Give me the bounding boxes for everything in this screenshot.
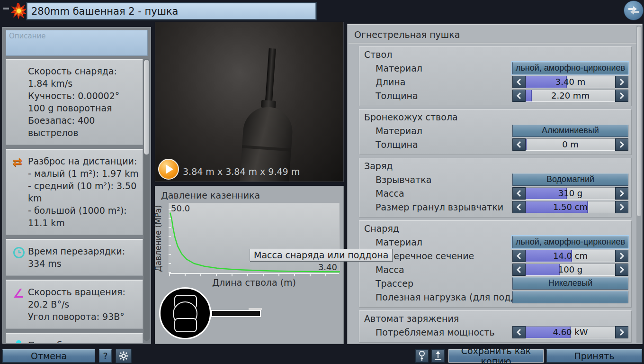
charge-mass-slider[interactable]: 310 g [512, 187, 628, 200]
decrement-button[interactable] [512, 90, 526, 102]
slider-value: 14.0 cm [526, 250, 615, 262]
slider-track[interactable]: 2.20 mm [526, 90, 615, 102]
description-input[interactable] [6, 30, 148, 56]
section-title: Заряд [364, 160, 628, 173]
stat-card-rotation: ∠ Скорость вращения: 20.2 В°/s Угол пово… [6, 280, 143, 329]
model-preview[interactable]: 3.84 m x 3.84 m x 9.49 m [155, 22, 344, 182]
gear-icon [119, 351, 128, 361]
row-label: Взрывчатка [376, 174, 512, 185]
row-explosive: Взрывчатка Водомагний [364, 173, 628, 186]
slider-value: 3.40 m [526, 76, 615, 88]
save-as-copy-button[interactable]: Сохранить как копию [448, 349, 544, 363]
slider-track[interactable]: 4.60 kW [526, 326, 615, 338]
decrement-button[interactable] [512, 250, 526, 262]
increment-button[interactable] [615, 76, 628, 88]
barrel-thickness-slider[interactable]: 2.20 mm [512, 90, 628, 102]
row-label: Длина [376, 77, 512, 87]
increment-button[interactable] [615, 90, 628, 102]
row-label: Материал [376, 237, 512, 247]
bottom-bar: Отмена ? Сохранить как [0, 346, 644, 364]
slider-track[interactable]: 3.40 m [526, 76, 615, 88]
y-max-label: 50.0 [171, 203, 190, 213]
tracer-button[interactable]: Никелевый [512, 277, 628, 290]
section-barrel-jacket: Бронекожух ствола Материал Алюминиевый Т… [359, 109, 632, 155]
stats-panel: Скорость снаряда: 1.84 km/s Кучность: 0.… [2, 27, 151, 344]
increment-button[interactable] [615, 138, 628, 151]
minimize-dash [3, 8, 9, 9]
row-granule-size: Размер гранул взрывчатки 1.50 cm [364, 200, 628, 214]
increment-button[interactable] [615, 326, 628, 338]
stats-scrollbar[interactable] [143, 59, 150, 341]
gun-settings-panel: Огнестрельная пушка Ствол Материал льной… [347, 24, 643, 344]
row-label: Толщина [376, 139, 512, 150]
increment-button[interactable] [615, 264, 628, 276]
increment-button[interactable] [615, 187, 628, 200]
x-axis-ticks [169, 274, 339, 276]
cancel-button[interactable]: Отмена [2, 349, 95, 363]
increment-button[interactable] [615, 201, 628, 213]
slider-value: 1.50 cm [526, 201, 615, 213]
slider-track[interactable]: 0 m [526, 138, 615, 151]
barrel-material-button[interactable]: льной, аморфно-циркониев [512, 62, 628, 74]
turret-schematic [158, 287, 342, 342]
x-axis-title: Длина ствола (m) [169, 277, 340, 288]
barrel-length-slider[interactable]: 3.40 m [512, 76, 628, 88]
decrement-button[interactable] [512, 264, 526, 276]
jacket-material-button[interactable]: Алюминиевый [512, 125, 628, 137]
y-axis-label: Давление (MPa) [153, 205, 163, 272]
crew-icon [13, 340, 24, 344]
accept-button[interactable]: Принять [546, 349, 642, 363]
turret-top-view-icon [159, 287, 211, 339]
x-max-label: 3.40 [318, 262, 337, 272]
stat-line: Боезапас: 400 выстрелов [28, 114, 139, 139]
stat-line: 100 g поворотная [28, 102, 139, 114]
row-label: Масса [376, 264, 512, 275]
pin-button[interactable] [415, 349, 429, 363]
decrement-button[interactable] [512, 201, 526, 213]
slider-track[interactable]: 100 g [526, 264, 615, 276]
projectile-material-button[interactable]: льной, аморфно-циркониев [512, 236, 628, 248]
row-label: Материал [376, 63, 512, 73]
slider-track[interactable]: 14.0 cm [526, 250, 615, 262]
decrement-button[interactable] [512, 187, 526, 200]
stat-line: - средний (10 m²): 3.50 km [28, 180, 139, 204]
swap-arrows-icon [627, 5, 640, 16]
arrow-up-bar-icon [434, 351, 442, 361]
bullet-icon [13, 66, 24, 80]
tooltip: Масса снаряда или поддона [250, 249, 393, 261]
slider-track[interactable]: 310 g [526, 187, 615, 200]
stats-scrollbar-thumb[interactable] [144, 60, 149, 155]
increment-button[interactable] [615, 250, 628, 262]
settings-button[interactable] [116, 349, 132, 363]
granule-size-slider[interactable]: 1.50 cm [512, 201, 628, 213]
stat-line: Кучность: 0.00002° [28, 90, 139, 102]
explosive-type-button[interactable]: Водомагний [512, 173, 628, 186]
row-tracer: Трассер Никелевый [364, 276, 628, 290]
row-barrel-length: Длина 3.40 m [364, 75, 628, 89]
payload-button[interactable] [512, 291, 628, 303]
power-draw-slider[interactable]: 4.60 kW [512, 326, 628, 338]
slider-value: 4.60 kW [526, 327, 615, 338]
swap-view-button[interactable] [624, 0, 644, 20]
row-power-draw: Потребляемая мощность 4.60 kW [364, 325, 628, 339]
projectile-mass-slider[interactable]: 100 g [512, 264, 628, 276]
pressure-curve [169, 203, 340, 274]
decrement-button[interactable] [512, 138, 526, 151]
play-button[interactable] [158, 159, 179, 180]
angle-icon: ∠ [13, 287, 24, 300]
row-cross-section: Поперечное сечение 14.0 cm [364, 249, 628, 263]
row-label: Потребляемая мощность [376, 327, 512, 337]
slider-track[interactable]: 1.50 cm [526, 201, 615, 213]
decrement-button[interactable] [512, 76, 526, 88]
section-title: Снаряд [364, 222, 628, 235]
lift-button[interactable] [431, 349, 445, 363]
weapon-name-input[interactable] [27, 3, 316, 19]
help-button[interactable]: ? [99, 349, 112, 363]
cross-section-slider[interactable]: 14.0 cm [512, 250, 628, 262]
jacket-thickness-slider[interactable]: 0 m [512, 138, 628, 151]
spread-arrows-icon: ⇄ [13, 156, 24, 170]
gun-panel-scrollbar[interactable] [636, 26, 642, 343]
decrement-button[interactable] [512, 326, 526, 338]
row-jacket-thickness: Толщина 0 m [364, 137, 628, 151]
gun-panel-scrollbar-thumb[interactable] [637, 27, 641, 216]
